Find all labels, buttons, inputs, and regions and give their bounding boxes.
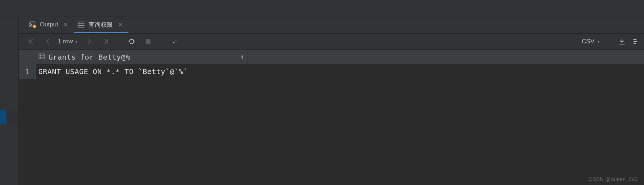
tab-output-label: Output	[37, 21, 60, 28]
toolbar-separator	[609, 36, 609, 47]
grant-cell[interactable]: GRANT USAGE ON *.* TO `Betty`@`%`	[36, 64, 247, 79]
tool-tab-bar: Output ✕ 查询权限 ✕	[19, 17, 644, 33]
export-button[interactable]	[632, 35, 639, 48]
svg-rect-7	[39, 54, 45, 59]
watermark: CSDN @Aileen_0v0	[589, 176, 637, 182]
next-page-button[interactable]	[82, 35, 96, 48]
table-icon	[38, 53, 45, 61]
window-top-strip	[0, 0, 644, 17]
column-header-label: Grants for Betty@%	[48, 53, 130, 61]
sort-handle-icon[interactable]: ▲▼	[241, 55, 243, 60]
table-icon	[77, 21, 85, 28]
reload-button[interactable]	[125, 35, 139, 48]
tab-query-label: 查询权限	[85, 21, 115, 29]
toolbar-separator	[119, 36, 119, 47]
row-count-label: 1 row	[58, 38, 73, 45]
left-gutter-shadow	[7, 111, 19, 123]
breakpoint-marker	[0, 110, 7, 124]
run-output-icon	[29, 21, 36, 28]
result-toolbar: 1 row ▾	[19, 33, 644, 50]
tab-query-grants[interactable]: 查询权限 ✕	[74, 17, 128, 33]
row-count[interactable]: 1 row ▾	[57, 38, 80, 45]
stop-button[interactable]	[141, 35, 155, 48]
download-button[interactable]	[615, 35, 629, 48]
chevron-down-icon: ▾	[75, 39, 77, 44]
chevron-down-icon: ▾	[597, 39, 599, 44]
table-row[interactable]: 1 GRANT USAGE ON *.* TO `Betty`@`%`	[19, 64, 644, 79]
close-icon[interactable]: ✕	[61, 21, 70, 28]
last-page-button[interactable]	[99, 35, 113, 48]
column-header[interactable]: Grants for Betty@% ▲▼	[36, 50, 247, 64]
row-number-header	[19, 50, 36, 64]
tab-output[interactable]: Output ✕	[25, 17, 74, 33]
svg-rect-2	[78, 22, 84, 27]
close-icon[interactable]: ✕	[116, 21, 125, 28]
left-gutter-panel	[0, 17, 19, 185]
export-format-label: CSV	[582, 38, 594, 45]
export-format-selector[interactable]: CSV ▾	[578, 38, 603, 45]
prev-page-button[interactable]	[41, 35, 54, 48]
svg-rect-6	[146, 39, 151, 44]
row-number-cell: 1	[19, 64, 36, 79]
result-table: Grants for Betty@% ▲▼ 1 GRANT USAGE ON *…	[19, 50, 644, 185]
pin-button[interactable]	[167, 35, 181, 48]
table-header-row: Grants for Betty@% ▲▼	[19, 50, 644, 64]
toolbar-separator	[161, 36, 161, 47]
first-page-button[interactable]	[24, 35, 38, 48]
